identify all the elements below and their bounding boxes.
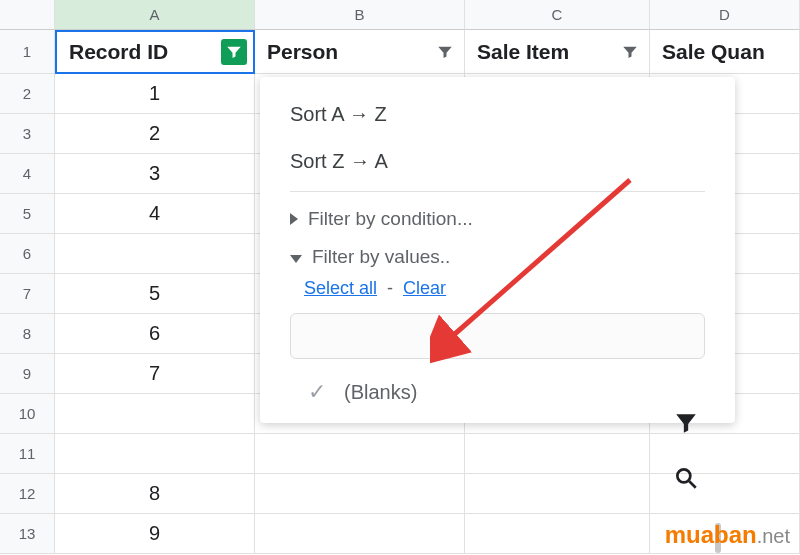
- cell[interactable]: [255, 474, 465, 514]
- row-number[interactable]: 10: [0, 394, 55, 434]
- cell[interactable]: [55, 394, 255, 434]
- row-number[interactable]: 2: [0, 74, 55, 114]
- header-label: Record ID: [69, 40, 168, 64]
- cell[interactable]: [55, 234, 255, 274]
- filter-icon[interactable]: [432, 39, 458, 65]
- filter-by-condition[interactable]: Filter by condition...: [260, 198, 735, 236]
- header-person[interactable]: Person: [255, 30, 465, 74]
- select-all-link[interactable]: Select all: [304, 278, 377, 298]
- header-sale-item[interactable]: Sale Item: [465, 30, 650, 74]
- sort-za[interactable]: Sort Z → A: [260, 138, 735, 185]
- filter-value-blanks[interactable]: ✓ (Blanks): [260, 369, 735, 415]
- column-header-row: A B C D: [0, 0, 800, 30]
- search-input[interactable]: [290, 313, 705, 359]
- filter-value-links: Select all - Clear: [260, 274, 735, 313]
- filter-active-icon[interactable]: [221, 39, 247, 65]
- clear-link[interactable]: Clear: [403, 278, 446, 298]
- filter-icon[interactable]: [617, 39, 643, 65]
- link-separator: -: [387, 278, 393, 298]
- filter-dropdown: Sort A → Z Sort Z → A Filter by conditio…: [260, 77, 735, 423]
- row-number[interactable]: 7: [0, 274, 55, 314]
- cell[interactable]: 9: [55, 514, 255, 554]
- header-label: Sale Item: [477, 40, 569, 64]
- watermark: muaban.net: [665, 521, 790, 549]
- sort-az[interactable]: Sort A → Z: [260, 91, 735, 138]
- cell[interactable]: [255, 434, 465, 474]
- search-icon[interactable]: [673, 465, 699, 495]
- row-number[interactable]: 9: [0, 354, 55, 394]
- search-row: [260, 313, 735, 369]
- header-label: Sale Quan: [662, 40, 765, 64]
- cell[interactable]: 6: [55, 314, 255, 354]
- cell[interactable]: [465, 514, 650, 554]
- chevron-down-icon: [290, 246, 302, 268]
- section-label: Filter by values..: [312, 246, 450, 268]
- header-record-id[interactable]: Record ID: [55, 30, 255, 74]
- cell[interactable]: [465, 434, 650, 474]
- column-header-a[interactable]: A: [55, 0, 255, 30]
- cell[interactable]: 5: [55, 274, 255, 314]
- row-number[interactable]: 11: [0, 434, 55, 474]
- row-number[interactable]: 6: [0, 234, 55, 274]
- value-label: (Blanks): [344, 381, 417, 404]
- cell[interactable]: [465, 474, 650, 514]
- cell[interactable]: 7: [55, 354, 255, 394]
- filter-by-values[interactable]: Filter by values..: [260, 236, 735, 274]
- header-sale-quan[interactable]: Sale Quan: [650, 30, 800, 74]
- column-header-b[interactable]: B: [255, 0, 465, 30]
- column-header-c[interactable]: C: [465, 0, 650, 30]
- check-icon: ✓: [308, 379, 326, 405]
- cell[interactable]: [55, 434, 255, 474]
- cell[interactable]: 2: [55, 114, 255, 154]
- row-number[interactable]: 1: [0, 30, 55, 74]
- row-number[interactable]: 5: [0, 194, 55, 234]
- cell[interactable]: 3: [55, 154, 255, 194]
- row-number[interactable]: 8: [0, 314, 55, 354]
- watermark-brand: muaban: [665, 521, 757, 548]
- row-number[interactable]: 13: [0, 514, 55, 554]
- header-label: Person: [267, 40, 338, 64]
- watermark-suffix: .net: [757, 525, 790, 547]
- column-header-d[interactable]: D: [650, 0, 800, 30]
- cell[interactable]: [255, 514, 465, 554]
- row-number[interactable]: 12: [0, 474, 55, 514]
- row-number[interactable]: 3: [0, 114, 55, 154]
- cell[interactable]: 1: [55, 74, 255, 114]
- svg-point-0: [677, 469, 690, 482]
- chevron-right-icon: [290, 208, 298, 230]
- cell[interactable]: 8: [55, 474, 255, 514]
- separator: [290, 191, 705, 192]
- corner-cell[interactable]: [0, 0, 55, 30]
- row-number[interactable]: 4: [0, 154, 55, 194]
- data-header-row: 1 Record ID Person Sale Item Sale Quan: [0, 30, 800, 74]
- section-label: Filter by condition...: [308, 208, 473, 230]
- svg-line-1: [689, 481, 696, 488]
- funnel-icon[interactable]: [673, 410, 699, 440]
- cell[interactable]: 4: [55, 194, 255, 234]
